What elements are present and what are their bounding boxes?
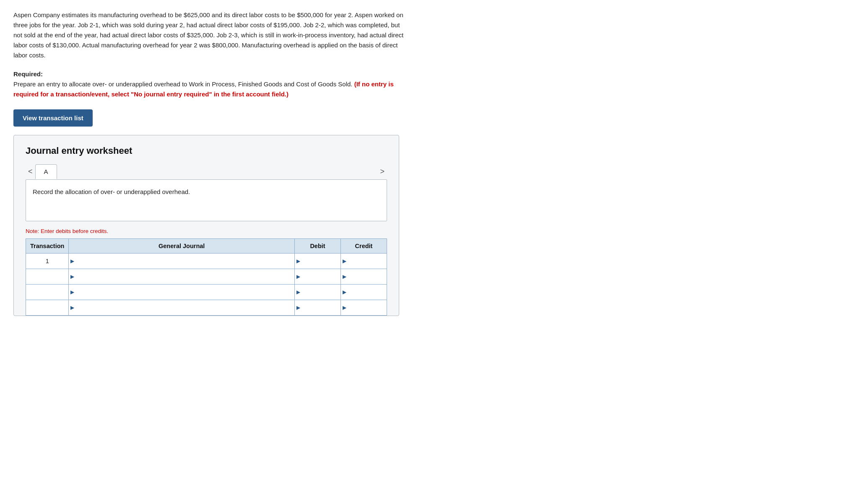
debit-arrow-icon-4: ▶: [295, 305, 302, 311]
debit-arrow-icon-2: ▶: [295, 274, 302, 280]
credit-cell-1[interactable]: ▶: [341, 254, 387, 269]
credit-cell-3[interactable]: ▶: [341, 285, 387, 300]
general-journal-input-3[interactable]: [76, 285, 294, 300]
cell-arrow-icon-3: ▶: [69, 289, 76, 295]
debit-cell-3[interactable]: ▶: [295, 285, 341, 300]
view-transaction-list-button[interactable]: View transaction list: [13, 109, 93, 127]
next-tab-arrow[interactable]: >: [377, 164, 387, 179]
credit-arrow-icon-2: ▶: [341, 274, 348, 280]
credit-cell-2[interactable]: ▶: [341, 269, 387, 285]
debit-arrow-icon-1: ▶: [295, 258, 302, 264]
credit-input-1[interactable]: [348, 254, 387, 269]
cell-arrow-icon: ▶: [69, 258, 76, 264]
col-credit: Credit: [341, 239, 387, 254]
required-label: Required:: [13, 70, 406, 78]
transaction-number-2: [26, 269, 69, 285]
debit-input-1[interactable]: [302, 254, 340, 269]
cell-arrow-icon-4: ▶: [69, 305, 76, 311]
col-general-journal: General Journal: [69, 239, 295, 254]
col-debit: Debit: [295, 239, 341, 254]
required-body-text: Prepare an entry to allocate over- or un…: [13, 80, 353, 88]
transaction-number-3: [26, 285, 69, 300]
tab-navigation: < A >: [26, 164, 387, 179]
journal-table: Transaction General Journal Debit Credit…: [26, 238, 387, 316]
col-transaction: Transaction: [26, 239, 69, 254]
description-box: Record the allocation of over- or undera…: [26, 179, 387, 221]
general-journal-input-4[interactable]: [76, 300, 294, 315]
cell-arrow-icon-2: ▶: [69, 274, 76, 280]
table-header-row: Transaction General Journal Debit Credit: [26, 239, 387, 254]
table-row: ▶ ▶ ▶: [26, 269, 387, 285]
debit-input-2[interactable]: [302, 269, 340, 284]
general-journal-input-1[interactable]: [76, 254, 294, 269]
credit-arrow-icon-3: ▶: [341, 289, 348, 295]
general-journal-cell-4[interactable]: ▶: [69, 300, 295, 316]
general-journal-cell-2[interactable]: ▶: [69, 269, 295, 285]
debit-cell-2[interactable]: ▶: [295, 269, 341, 285]
prev-tab-arrow[interactable]: <: [26, 164, 35, 179]
table-row: 1 ▶ ▶ ▶: [26, 254, 387, 269]
credit-input-3[interactable]: [348, 285, 387, 300]
debit-cell-1[interactable]: ▶: [295, 254, 341, 269]
tab-a[interactable]: A: [35, 164, 57, 179]
transaction-number-4: [26, 300, 69, 316]
required-section: Required: Prepare an entry to allocate o…: [13, 70, 406, 99]
credit-input-4[interactable]: [348, 300, 387, 315]
transaction-number-1: 1: [26, 254, 69, 269]
table-row: ▶ ▶ ▶: [26, 285, 387, 300]
general-journal-cell-1[interactable]: ▶: [69, 254, 295, 269]
debit-input-4[interactable]: [302, 300, 340, 315]
debit-cell-4[interactable]: ▶: [295, 300, 341, 316]
worksheet-container: Journal entry worksheet < A > Record the…: [13, 135, 399, 316]
general-journal-cell-3[interactable]: ▶: [69, 285, 295, 300]
credit-arrow-icon-1: ▶: [341, 258, 348, 264]
note-text: Note: Enter debits before credits.: [26, 228, 387, 234]
credit-input-2[interactable]: [348, 269, 387, 284]
worksheet-title: Journal entry worksheet: [26, 145, 387, 156]
debit-input-3[interactable]: [302, 285, 340, 300]
debit-arrow-icon-3: ▶: [295, 289, 302, 295]
problem-text: Aspen Company estimates its manufacturin…: [13, 10, 406, 60]
credit-arrow-icon-4: ▶: [341, 305, 348, 311]
table-row: ▶ ▶ ▶: [26, 300, 387, 316]
credit-cell-4[interactable]: ▶: [341, 300, 387, 316]
general-journal-input-2[interactable]: [76, 269, 294, 284]
required-body: Prepare an entry to allocate over- or un…: [13, 79, 406, 99]
